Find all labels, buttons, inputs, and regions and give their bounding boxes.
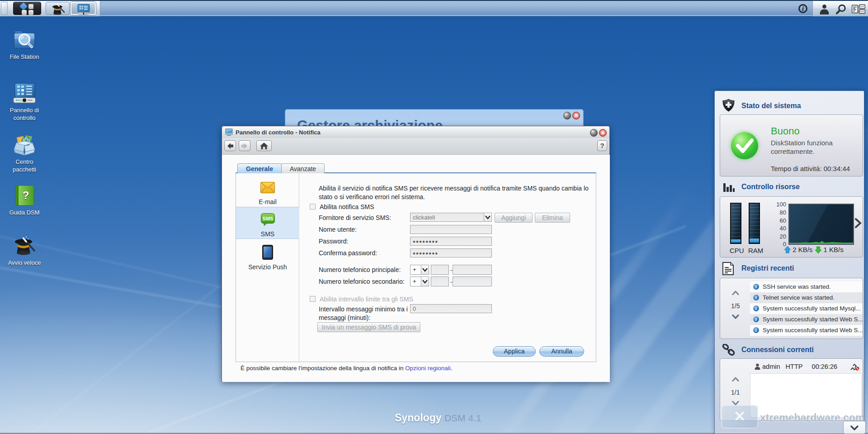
svg-text:?: ?	[23, 189, 29, 201]
svg-text:SMS: SMS	[262, 216, 273, 221]
